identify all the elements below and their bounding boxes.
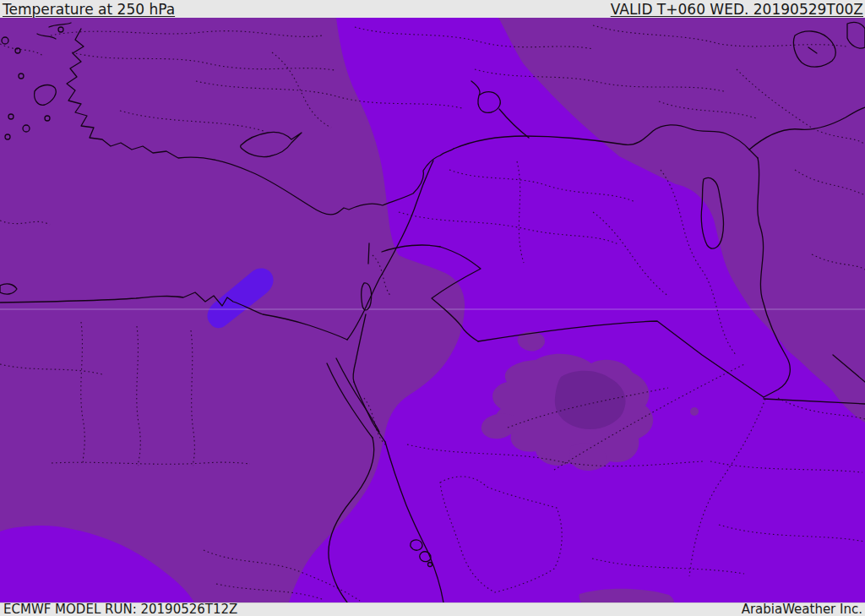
map-title: Temperature at 250 hPa: [3, 1, 175, 18]
temperature-map: [0, 18, 865, 602]
footer-bar: ECMWF MODEL RUN: 20190526T12Z ArabiaWeat…: [0, 602, 865, 616]
header-bar: Temperature at 250 hPa VALID T+060 WED. …: [0, 0, 865, 18]
valid-time-label: VALID T+060 WED. 20190529T00Z: [611, 1, 863, 18]
credit-label: ArabiaWeather Inc.: [742, 602, 862, 616]
temperature-dot: [690, 407, 699, 416]
model-run-label: ECMWF MODEL RUN: 20190526T12Z: [3, 602, 237, 616]
temperature-map-canvas: [0, 18, 865, 602]
